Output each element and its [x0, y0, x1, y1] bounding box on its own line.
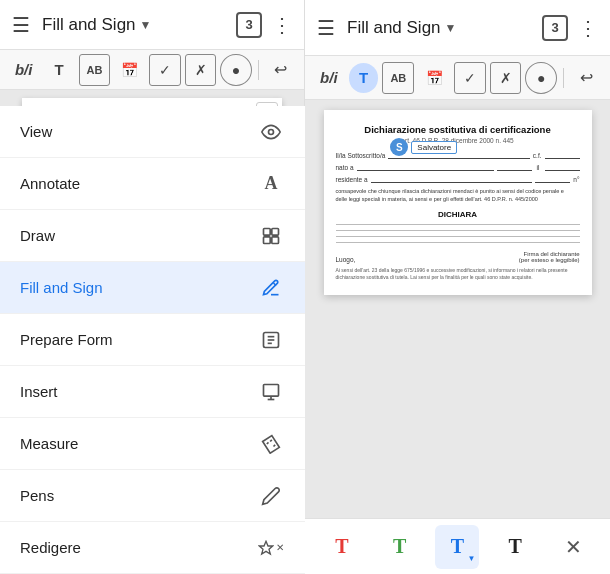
svg-line-13 — [270, 440, 272, 442]
left-overflow-icon[interactable]: ⋮ — [256, 102, 278, 106]
salvatore-annotation: S Salvatore — [390, 138, 457, 156]
right-page-count-badge: 3 — [542, 15, 568, 41]
right-blank-line-2 — [336, 230, 580, 231]
right-field-n — [535, 174, 570, 183]
right-doc-subtitle: art. 46 D.P.R. 28 dicembre 2000 n. 445 — [336, 137, 580, 144]
sidebar-item-annotate[interactable]: Annotate A — [0, 158, 305, 210]
left-page-count-badge: 3 — [236, 12, 262, 38]
sidebar-item-view-label: View — [20, 123, 257, 140]
left-app-title: Fill and Sign — [42, 15, 136, 35]
right-header-right: 3 ⋮ — [542, 15, 598, 41]
svg-rect-3 — [264, 237, 271, 244]
sidebar-item-measure[interactable]: Measure — [0, 418, 305, 470]
toolbar-text-button[interactable]: T — [43, 54, 74, 86]
right-app-title: Fill and Sign — [347, 18, 441, 38]
right-doc-card: Dichiarazione sostitutiva di certificazi… — [324, 110, 592, 295]
sidebar-item-prepare-form[interactable]: Prepare Form — [0, 314, 305, 366]
fill-sign-icon — [257, 274, 285, 302]
sidebar-item-prepare-form-label: Prepare Form — [20, 331, 257, 348]
right-field-row-2: nato a il — [336, 162, 580, 171]
svg-rect-2 — [272, 228, 279, 235]
right-toolbar-ab-button[interactable]: AB — [382, 62, 414, 94]
sidebar-item-insert[interactable]: Insert — [0, 366, 305, 418]
right-cf-label: c.f. — [533, 152, 542, 159]
right-panel: ☰ Fill and Sign ▼ 3 ⋮ b/i T AB 📅 ✓ ✗ ● ↩… — [305, 0, 610, 574]
svg-rect-4 — [272, 237, 279, 244]
sidebar-item-fill-and-sign-label: Fill and Sign — [20, 279, 257, 296]
sidebar-item-measure-label: Measure — [20, 435, 257, 452]
right-header: ☰ Fill and Sign ▼ 3 ⋮ — [305, 0, 610, 56]
right-more-options-icon[interactable]: ⋮ — [578, 16, 598, 40]
bottom-text-blue-button[interactable]: T ▼ — [435, 525, 479, 569]
left-header: ☰ Fill and Sign ▼ 3 ⋮ — [0, 0, 304, 50]
right-dichiara-text: DICHIARA — [336, 210, 580, 219]
draw-icon — [257, 222, 285, 250]
right-body-text: consapevole che chiunque rilascia dichia… — [336, 187, 580, 204]
bottom-close-button[interactable]: ✕ — [551, 525, 595, 569]
right-toolbar-separator — [563, 68, 564, 88]
sidebar-item-annotate-label: Annotate — [20, 175, 257, 192]
right-il-label: il — [537, 164, 540, 171]
right-toolbar: b/i T AB 📅 ✓ ✗ ● ↩ — [305, 56, 610, 100]
right-footer-signature-area: Firma del dichiarante(per esteso e leggi… — [519, 251, 580, 263]
title-chevron-down-icon[interactable]: ▼ — [140, 18, 152, 32]
right-field-underline-3 — [371, 174, 533, 183]
left-toolbar: b/i T AB 📅 ✓ ✗ ● ↩ — [0, 50, 304, 90]
left-document-preview: ⋮ Dichiarazione sostitutiva di certifica… — [0, 90, 304, 106]
right-n-label: n° — [573, 176, 579, 183]
sidebar-item-draw[interactable]: Draw — [0, 210, 305, 262]
right-field-underline-1: S Salvatore — [388, 150, 529, 159]
svg-rect-1 — [264, 228, 271, 235]
left-menu: View Annotate A Draw Fill and Sign Prepa… — [0, 106, 305, 574]
right-hamburger-menu-icon[interactable]: ☰ — [317, 16, 335, 40]
salvatore-avatar: S — [390, 138, 408, 156]
bottom-text-green-button[interactable]: T — [378, 525, 422, 569]
svg-line-12 — [267, 442, 269, 444]
right-toolbar-undo-button[interactable]: ↩ — [570, 62, 602, 94]
right-cf-underline — [545, 150, 580, 159]
toolbar-circle-button[interactable]: ● — [220, 54, 251, 86]
sidebar-item-redigere-label: Redigere — [20, 539, 257, 556]
right-toolbar-calendar-button[interactable]: 📅 — [418, 62, 450, 94]
right-field-underline-2 — [357, 162, 494, 171]
right-toolbar-circle-button[interactable]: ● — [525, 62, 557, 94]
right-field-label-3: residente a — [336, 176, 368, 183]
sidebar-item-fill-and-sign[interactable]: Fill and Sign — [0, 262, 305, 314]
svg-rect-9 — [264, 384, 279, 396]
svg-line-14 — [274, 445, 276, 447]
sidebar-item-view[interactable]: View — [0, 106, 305, 158]
toolbar-cross-button[interactable]: ✗ — [185, 54, 216, 86]
right-field-date-2 — [545, 162, 580, 171]
toolbar-check-button[interactable]: ✓ — [149, 54, 180, 86]
right-document-area: Dichiarazione sostitutiva di certificazi… — [305, 100, 610, 518]
bottom-text-black-button[interactable]: T — [493, 525, 537, 569]
bottom-text-red-button[interactable]: T — [320, 525, 364, 569]
insert-icon — [257, 378, 285, 406]
right-toolbar-cross-button[interactable]: ✗ — [490, 62, 522, 94]
right-field-label-1: Il/la Sottoscritto/a — [336, 152, 386, 159]
sidebar-item-pens[interactable]: Pens — [0, 470, 305, 522]
ruler-icon — [257, 430, 285, 458]
right-toolbar-italic-button[interactable]: b/i — [313, 62, 345, 94]
svg-point-0 — [269, 129, 274, 134]
toolbar-italic-button[interactable]: b/i — [8, 54, 39, 86]
toolbar-undo-button[interactable]: ↩ — [265, 54, 296, 86]
pen-icon — [257, 482, 285, 510]
right-title-chevron-down-icon[interactable]: ▼ — [445, 21, 457, 35]
bottom-blue-chevron-icon: ▼ — [468, 554, 476, 563]
toolbar-separator — [258, 60, 259, 80]
form-icon — [257, 326, 285, 354]
right-toolbar-text-button[interactable]: T — [349, 63, 379, 93]
left-doc-card: ⋮ Dichiarazione sostitutiva di certifica… — [22, 98, 282, 106]
left-more-options-icon[interactable]: ⋮ — [272, 13, 292, 37]
toolbar-calendar-button[interactable]: 📅 — [114, 54, 145, 86]
toolbar-ab-button[interactable]: AB — [79, 54, 110, 86]
sidebar-item-redigere[interactable]: Redigere ✕ — [0, 522, 305, 574]
hamburger-menu-icon[interactable]: ☰ — [12, 13, 30, 37]
right-blank-line-3 — [336, 236, 580, 237]
right-toolbar-check-button[interactable]: ✓ — [454, 62, 486, 94]
right-field-label-2: nato a — [336, 164, 354, 171]
sidebar-item-insert-label: Insert — [20, 383, 257, 400]
salvatore-text[interactable]: Salvatore — [411, 141, 457, 154]
redigere-icon: ✕ — [257, 534, 285, 562]
